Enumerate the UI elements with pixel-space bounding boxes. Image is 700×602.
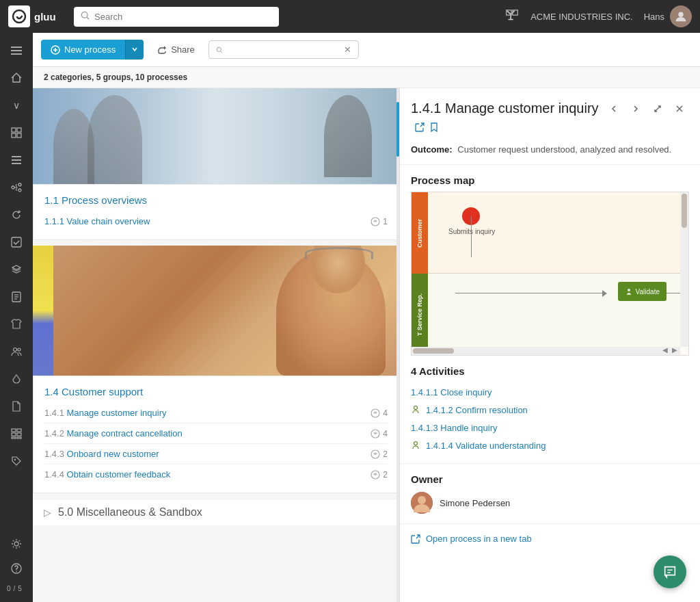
top-header: gluu ACME INDUSTRIES INC. Hans: [0, 0, 700, 33]
open-tab-label: Open process in a new tab: [426, 534, 532, 544]
logo-icon: [8, 5, 30, 27]
user-avatar[interactable]: Hans: [644, 5, 692, 27]
activity-icon-1-4-1-4: [411, 440, 420, 452]
sidebar-icon-people[interactable]: [4, 339, 29, 364]
sidebar-icon-drop[interactable]: [4, 367, 29, 391]
close-detail-button[interactable]: [670, 99, 689, 118]
count-1-1-1: 1: [383, 217, 388, 226]
search-icon: [81, 11, 90, 23]
global-search-bar[interactable]: [74, 7, 279, 27]
activity-link-1-4-1-2[interactable]: 1.4.1.2 Confirm resolution: [426, 405, 528, 415]
share-label: Share: [171, 44, 195, 55]
category-link-1-4[interactable]: 1.4 Customer support: [44, 386, 143, 397]
main-scroll: 1.1 Process overviews 1.1.1 Value chain …: [33, 88, 700, 602]
nav-prev-button[interactable]: [604, 99, 623, 118]
flow-line-h-2: [667, 293, 680, 293]
process-link-1-1-1[interactable]: 1.1.1 Value chain overview: [44, 216, 150, 226]
category-card-1-1: 1.1 Process overviews 1.1.1 Value chain …: [33, 184, 399, 240]
svg-rect-7: [11, 53, 22, 55]
svg-rect-14: [12, 163, 21, 164]
process-count-1-1-1: 1: [371, 217, 388, 226]
sidebar-icon-list[interactable]: [4, 148, 29, 172]
sidebar-icon-form[interactable]: [4, 285, 29, 309]
process-item-1-4-4: 1.4.4 Obtain customer feedback 2: [44, 464, 388, 484]
sidebar-icon-check[interactable]: [4, 230, 29, 254]
page-current: 0: [7, 585, 11, 592]
category-image-1: [33, 88, 399, 184]
sidebar-icon-home[interactable]: [4, 66, 29, 90]
category-link-5-0[interactable]: 5.0 Miscellaneous & Sandbox: [58, 506, 202, 519]
nav-next-button[interactable]: [626, 99, 645, 118]
activity-link-1-4-1-4[interactable]: 1.4.1.4 Validate understanding: [426, 441, 546, 451]
svg-point-32: [14, 542, 18, 546]
process-link-1-4-4[interactable]: 1.4.4 Obtain customer feedback: [44, 469, 170, 480]
new-process-dropdown-button[interactable]: [125, 40, 144, 60]
expand-button[interactable]: [648, 99, 667, 118]
results-groups: 5 groups: [96, 73, 131, 82]
map-scrollbar-h[interactable]: [412, 347, 680, 355]
external-link-icon[interactable]: [415, 118, 425, 136]
sidebar-icon-menu[interactable]: [4, 38, 29, 63]
category-process-list-1-1: 1.1.1 Value chain overview 1: [33, 211, 399, 239]
svg-point-4: [678, 12, 683, 17]
activity-item-1-4-1-2: 1.4.1.2 Confirm resolution: [411, 401, 689, 419]
sidebar-icon-layers[interactable]: [4, 257, 29, 282]
category-card-header-1-1: 1.1 Process overviews: [33, 185, 399, 211]
svg-rect-11: [17, 133, 21, 138]
notification-icon[interactable]: [504, 8, 520, 25]
process-link-1-4-3[interactable]: 1.4.3 Onboard new customer: [44, 449, 159, 459]
chat-bubble[interactable]: [654, 555, 686, 588]
svg-point-15: [12, 186, 14, 189]
svg-rect-29: [12, 437, 16, 439]
global-search-input[interactable]: [94, 12, 272, 22]
sidebar-icon-grid[interactable]: [4, 120, 29, 145]
svg-rect-9: [17, 128, 21, 132]
sidebar-icon-shirt[interactable]: [4, 312, 29, 337]
process-map-section: Process map Customer Submits inquiry: [400, 165, 700, 356]
process-count-1-4-2: 4: [371, 429, 388, 439]
filter-search-input[interactable]: customer: [227, 44, 340, 55]
svg-point-16: [18, 183, 21, 186]
open-in-new-tab-link[interactable]: Open process in a new tab: [400, 523, 700, 553]
sidebar-icon-grid2[interactable]: [4, 421, 29, 446]
new-process-main-button[interactable]: New process: [41, 40, 125, 60]
svg-rect-28: [17, 433, 21, 436]
map-nav-right[interactable]: ▶: [670, 345, 679, 354]
count-1-4-4: 2: [383, 470, 388, 480]
filter-search-close[interactable]: ✕: [344, 44, 351, 55]
new-process-button-group: New process: [41, 40, 144, 60]
svg-point-44: [375, 454, 376, 455]
sidebar-icon-refresh[interactable]: [4, 202, 29, 227]
svg-rect-18: [12, 237, 21, 247]
bookmark-icon[interactable]: [430, 118, 438, 136]
map-scroll-thumb-v: [682, 194, 687, 228]
map-nav-arrows: ◀ ▶: [660, 345, 679, 354]
app-logo[interactable]: gluu: [8, 5, 63, 27]
map-nav-left[interactable]: ◀: [660, 345, 670, 354]
activity-link-1-4-1-3[interactable]: 1.4.1.3 Handle inquiry: [411, 423, 497, 433]
sidebar-icon-tag[interactable]: [4, 449, 29, 473]
map-scrollbar-v[interactable]: [680, 192, 688, 347]
svg-point-38: [375, 221, 376, 222]
filter-search-bar[interactable]: customer ✕: [208, 40, 359, 59]
activity-link-1-4-1-1[interactable]: 1.4.1.1 Close inquiry: [411, 387, 492, 397]
sidebar-icon-flow[interactable]: [4, 175, 29, 200]
sidebar-icon-file[interactable]: [4, 394, 29, 419]
swimlane-content-service: Validate: [428, 274, 680, 355]
sidebar-icon-help[interactable]: [4, 556, 29, 581]
svg-point-17: [18, 189, 21, 192]
process-link-1-4-1[interactable]: 1.4.1 Manage customer inquiry: [44, 408, 167, 418]
process-link-1-4-2[interactable]: 1.4.2 Manage contract cancellation: [44, 428, 183, 439]
detail-title: 1.4.1 Manage customer inquiry: [411, 99, 604, 136]
svg-point-42: [375, 433, 376, 434]
svg-rect-8: [12, 128, 16, 132]
sidebar-icon-settings[interactable]: [4, 532, 29, 556]
chevron-icon-5-0[interactable]: ▷: [44, 507, 51, 518]
process-map-container[interactable]: Customer Submits inquiry T Servic: [411, 192, 689, 356]
sidebar-icon-chevron[interactable]: ∨: [4, 93, 29, 118]
category-link-1-1[interactable]: 1.1 Process overviews: [44, 194, 147, 206]
svg-rect-27: [12, 433, 16, 436]
svg-point-47: [628, 289, 630, 291]
share-button[interactable]: Share: [150, 40, 202, 60]
swimlane-content-customer: Submits inquiry: [428, 192, 680, 274]
